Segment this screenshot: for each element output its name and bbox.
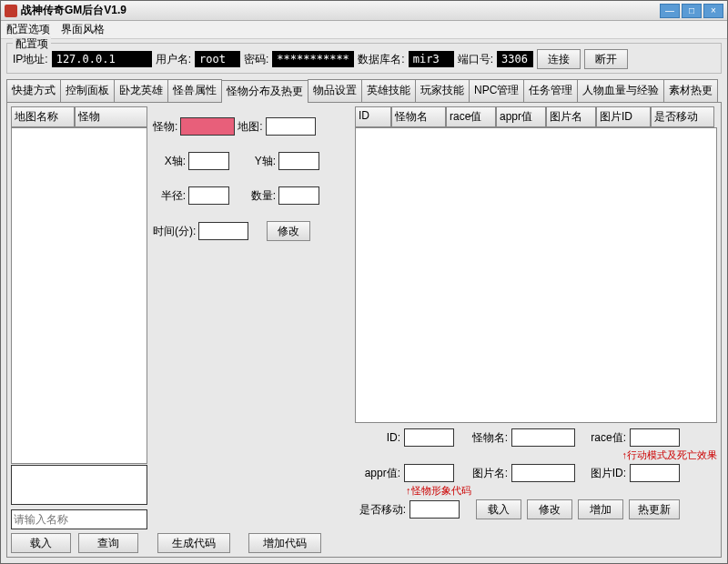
left-col-monster[interactable]: 怪物 [75, 106, 147, 127]
load-button[interactable]: 载入 [11, 533, 71, 553]
tab-11[interactable]: 素材热更 [663, 79, 718, 102]
hint-race: ↑行动模式及死亡效果 [622, 448, 718, 462]
titlebar: 战神传奇GM后台V1.9 — □ × [1, 1, 727, 21]
monster-label: 怪物: [153, 119, 177, 135]
right-table-body[interactable] [355, 127, 717, 423]
gen-code-button[interactable]: 生成代码 [157, 533, 230, 553]
count-label: 数量: [232, 188, 276, 204]
id-label: ID: [355, 431, 400, 444]
detail-modify-button[interactable]: 修改 [527, 499, 572, 519]
bottom-left [11, 465, 147, 529]
tab-content: 地图名称 怪物 怪物: 地图: X轴: Y轴: 半径: 数量: [6, 103, 722, 558]
map-label: 地图: [238, 119, 262, 135]
tab-7[interactable]: 玩家技能 [415, 79, 470, 102]
menubar: 配置选项 界面风格 [1, 21, 727, 39]
port-label: 端口号: [458, 52, 493, 67]
detail-hot-button[interactable]: 热更新 [629, 499, 680, 519]
right-col-6[interactable]: 是否移动 [651, 106, 714, 127]
radius-label: 半径: [153, 188, 186, 204]
tab-6[interactable]: 英雄技能 [361, 79, 416, 102]
minimize-button[interactable]: — [660, 4, 680, 18]
window-title: 战神传奇GM后台V1.9 [21, 3, 126, 18]
detail-load-button[interactable]: 载入 [476, 499, 521, 519]
app-icon [5, 5, 17, 17]
port-input[interactable] [497, 51, 533, 67]
pic-label: 图片名: [458, 466, 508, 481]
x-label: X轴: [153, 154, 186, 169]
y-label: Y轴: [232, 154, 276, 169]
tab-3[interactable]: 怪兽属性 [167, 79, 222, 102]
tab-2[interactable]: 卧龙英雄 [114, 79, 168, 102]
maximize-button[interactable]: □ [682, 4, 702, 18]
pass-input[interactable] [272, 51, 354, 67]
name-label: 怪物名: [458, 430, 508, 446]
appr-label: appr值: [355, 466, 400, 481]
db-label: 数据库名: [358, 52, 404, 67]
move-label: 是否移动: [355, 502, 406, 518]
race-input[interactable] [630, 428, 680, 447]
right-col-0[interactable]: ID [355, 106, 391, 127]
left-table-body[interactable] [11, 127, 147, 464]
right-col-1[interactable]: 怪物名 [391, 106, 446, 127]
monster-input[interactable] [180, 117, 235, 136]
y-input[interactable] [278, 152, 319, 170]
radius-input[interactable] [188, 186, 229, 205]
pic-input[interactable] [511, 464, 575, 482]
tab-9[interactable]: 任务管理 [523, 79, 578, 102]
id-input[interactable] [404, 428, 454, 447]
query-button[interactable]: 查询 [78, 533, 138, 553]
db-input[interactable] [409, 51, 454, 67]
detail-add-button[interactable]: 增加 [578, 499, 623, 519]
user-label: 用户名: [156, 52, 191, 67]
menu-config[interactable]: 配置选项 [6, 22, 50, 37]
tab-0[interactable]: 快捷方式 [6, 79, 61, 102]
race-label: race值: [579, 430, 626, 446]
code-textarea[interactable] [11, 465, 147, 505]
config-legend: 配置项 [13, 36, 51, 52]
left-panel: 地图名称 怪物 [11, 106, 147, 461]
picid-label: 图片ID: [579, 466, 626, 481]
connect-button[interactable]: 连接 [537, 49, 581, 69]
close-button[interactable]: × [703, 4, 723, 18]
mid-modify-button[interactable]: 修改 [267, 221, 310, 241]
move-input[interactable] [410, 500, 460, 519]
name-input[interactable] [511, 428, 575, 447]
left-col-map[interactable]: 地图名称 [11, 106, 75, 127]
app-window: 战神传奇GM后台V1.9 — □ × 配置选项 界面风格 配置项 IP地址: 用… [0, 0, 728, 564]
hint-appr: ↑怪物形象代码 [406, 484, 471, 498]
disconnect-button[interactable]: 断开 [584, 49, 628, 69]
tabbar: 快捷方式控制面板卧龙英雄怪兽属性怪物分布及热更物品设置英雄技能玩家技能NPC管理… [6, 79, 722, 103]
count-input[interactable] [278, 186, 319, 205]
mid-panel: 怪物: 地图: X轴: Y轴: 半径: 数量: 时间(分): [153, 117, 349, 257]
x-input[interactable] [188, 152, 229, 170]
tab-1[interactable]: 控制面板 [60, 79, 115, 102]
right-col-2[interactable]: race值 [446, 106, 496, 127]
right-panel: ID怪物名race值appr值图片名图片ID是否移动 ID: 怪物名: race… [355, 106, 717, 521]
user-input[interactable] [195, 51, 240, 67]
add-code-button[interactable]: 增加代码 [248, 533, 321, 553]
ip-input[interactable] [52, 51, 152, 67]
tab-4[interactable]: 怪物分布及热更 [221, 80, 308, 103]
detail-grid: ID: 怪物名: race值: ↑行动模式及死亡效果 appr值: 图片名: 图… [355, 428, 717, 519]
name-search-input[interactable] [11, 509, 147, 529]
time-label: 时间(分): [153, 224, 196, 239]
right-col-4[interactable]: 图片名 [546, 106, 596, 127]
tab-5[interactable]: 物品设置 [308, 79, 362, 102]
tab-10[interactable]: 人物血量与经验 [577, 79, 664, 102]
map-input[interactable] [266, 117, 316, 136]
time-input[interactable] [198, 222, 248, 240]
appr-input[interactable] [404, 464, 454, 482]
right-col-5[interactable]: 图片ID [596, 106, 651, 127]
picid-input[interactable] [630, 464, 680, 482]
right-col-3[interactable]: appr值 [496, 106, 546, 127]
menu-style[interactable]: 界面风格 [61, 22, 105, 37]
config-group: 配置项 IP地址: 用户名: 密码: 数据库名: 端口号: 连接 断开 [6, 43, 722, 74]
ip-label: IP地址: [13, 52, 48, 67]
tab-8[interactable]: NPC管理 [469, 79, 524, 102]
pass-label: 密码: [244, 52, 268, 67]
